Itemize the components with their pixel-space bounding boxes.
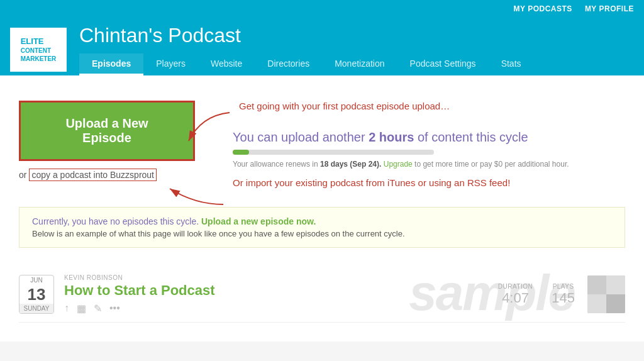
- main-content: Upload a New Episode or copy a podcast i…: [0, 75, 644, 342]
- episode-thumbnail: [587, 275, 625, 313]
- episode-title[interactable]: How to Start a Podcast: [64, 282, 498, 299]
- header-right: Chintan's Podcast Episodes Players Websi…: [79, 24, 534, 75]
- table-row: JUN 13 SUNDAY KEVIN ROBINSON How to Star…: [19, 267, 625, 323]
- logo: ELITE CONTENT MARKETER: [10, 28, 67, 72]
- notice-sub: Below is an example of what this page wi…: [32, 229, 612, 238]
- tab-directories[interactable]: Directories: [255, 53, 322, 75]
- episode-date-box: JUN 13 SUNDAY: [19, 275, 54, 314]
- tab-website[interactable]: Website: [198, 53, 255, 75]
- upload-episode-button[interactable]: Upload a New Episode: [19, 101, 195, 161]
- arrow-top-icon: [182, 109, 233, 147]
- my-profile-link[interactable]: MY PROFILE: [585, 4, 634, 13]
- notice-box: Currently, you have no episodes this cyc…: [19, 207, 625, 248]
- thumbnail-image: [587, 275, 625, 313]
- stats-icon[interactable]: ▦: [77, 303, 86, 314]
- notice-main: Currently, you have no episodes this cyc…: [32, 216, 612, 226]
- notice-upload-link[interactable]: Upload a new episode now.: [201, 216, 316, 226]
- more-icon[interactable]: •••: [109, 303, 120, 314]
- logo-text: ELITE CONTENT MARKETER: [21, 36, 57, 64]
- episode-month: JUN: [19, 275, 53, 285]
- header: ELITE CONTENT MARKETER Chintan's Podcast…: [0, 18, 644, 75]
- episode-stats: DURATION 4:07 PLAYS 145: [498, 283, 575, 306]
- nav-tabs: Episodes Players Website Directories Mon…: [79, 53, 534, 75]
- edit-icon[interactable]: ✎: [94, 303, 102, 314]
- episode-section: JUN 13 SUNDAY KEVIN ROBINSON How to Star…: [19, 260, 625, 329]
- copy-prefix: or: [19, 170, 26, 180]
- episode-day: 13: [19, 285, 53, 304]
- svg-rect-4: [606, 294, 625, 313]
- plays-label: PLAYS: [552, 283, 575, 290]
- tab-players[interactable]: Players: [143, 53, 198, 75]
- upgrade-link[interactable]: Upgrade: [384, 160, 413, 169]
- episode-author: KEVIN ROBINSON: [64, 274, 498, 281]
- share-icon[interactable]: ↑: [64, 303, 69, 314]
- allowance-text: Your allowance renews in 18 days (Sep 24…: [233, 160, 625, 169]
- episode-actions: ↑ ▦ ✎ •••: [64, 303, 498, 314]
- progress-bar-fill: [233, 150, 249, 155]
- copy-podcast-link[interactable]: copy a podcast into Buzzsprout: [29, 169, 157, 181]
- svg-rect-3: [587, 275, 606, 294]
- duration-stat: DURATION 4:07: [498, 283, 533, 306]
- callout-top-text: Get going with your first podcast episod…: [233, 101, 625, 111]
- podcast-title: Chintan's Podcast: [79, 24, 534, 47]
- callout-bottom-text: Or import your existing podcast from iTu…: [233, 177, 625, 188]
- upload-section: Upload a New Episode or copy a podcast i…: [19, 88, 625, 194]
- duration-label: DURATION: [498, 283, 533, 290]
- tab-stats[interactable]: Stats: [489, 53, 534, 75]
- progress-bar-container: [233, 150, 434, 155]
- upload-info-title: You can upload another 2 hours of conten…: [233, 130, 625, 145]
- tab-monetization[interactable]: Monetization: [322, 53, 397, 75]
- top-bar: MY PODCASTS MY PROFILE: [0, 0, 644, 18]
- upload-left: Upload a New Episode or copy a podcast i…: [19, 101, 195, 181]
- annotation-area: Get going with your first podcast episod…: [220, 101, 625, 188]
- tab-episodes[interactable]: Episodes: [79, 53, 143, 75]
- plays-stat: PLAYS 145: [552, 283, 575, 306]
- episode-dow: SUNDAY: [19, 304, 53, 313]
- upload-info-box: You can upload another 2 hours of conten…: [233, 130, 625, 169]
- arrow-bottom-icon: [164, 182, 226, 214]
- my-podcasts-link[interactable]: MY PODCASTS: [514, 4, 572, 13]
- tab-podcast-settings[interactable]: Podcast Settings: [397, 53, 489, 75]
- duration-value: 4:07: [498, 290, 533, 306]
- copy-link-row: or copy a podcast into Buzzsprout: [19, 169, 157, 181]
- episode-meta: KEVIN ROBINSON How to Start a Podcast ↑ …: [64, 274, 498, 314]
- plays-value: 145: [552, 290, 575, 306]
